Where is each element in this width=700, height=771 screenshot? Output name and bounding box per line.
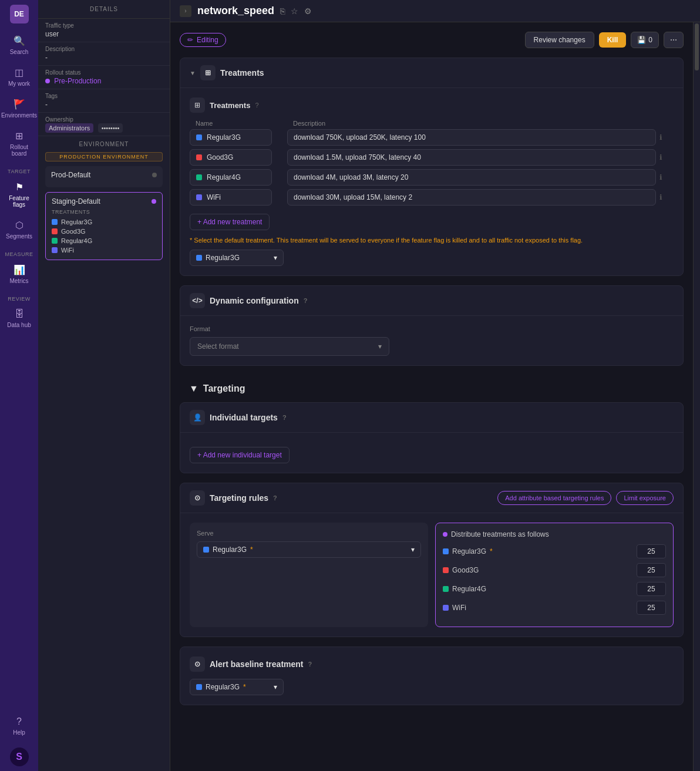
tags-label: Tags xyxy=(45,93,163,99)
default-treatment-select[interactable]: Regular3G ▾ xyxy=(190,250,284,266)
sidebar-item-environments[interactable]: 🚩 Environments xyxy=(3,94,36,123)
distribute-input[interactable] xyxy=(637,601,666,615)
star-icon[interactable]: ☆ xyxy=(291,6,298,16)
treatment-name-field[interactable]: Regular3G xyxy=(190,129,272,146)
description-row: Description - xyxy=(38,42,170,66)
brand-logo[interactable]: S xyxy=(10,748,29,766)
treatment-color-dot xyxy=(52,219,58,225)
alert-baseline-help-icon[interactable]: ? xyxy=(308,661,312,668)
rollout-status-label: Rollout status xyxy=(45,69,163,76)
default-treatment-color xyxy=(196,255,202,261)
metrics-icon: 📊 xyxy=(14,264,25,275)
treatment-description-field[interactable]: download 4M, upload 3M, latency 20 xyxy=(287,169,656,186)
add-individual-target-button[interactable]: + Add new individual target xyxy=(190,447,290,463)
settings-icon[interactable]: ⚙ xyxy=(304,6,312,16)
scrollbar-thumb[interactable] xyxy=(695,23,699,70)
info-icon[interactable]: ℹ xyxy=(659,173,674,181)
distribute-input[interactable] xyxy=(637,544,666,558)
environment-header: ENVIRONMENT xyxy=(45,141,163,147)
sidebar-item-my-work[interactable]: ◫ My work xyxy=(3,62,36,92)
alert-baseline-select[interactable]: Regular3G * ▾ xyxy=(190,679,284,695)
segments-icon: ⬡ xyxy=(15,220,23,231)
treatment-description-field[interactable]: download 1.5M, upload 750K, latency 40 xyxy=(287,149,656,166)
treatment-name-field[interactable]: Regular4G xyxy=(190,169,272,186)
dynamic-config-section: </> Dynamic configuration ? Format Selec… xyxy=(180,285,684,366)
sidebar-item-help[interactable]: ? Help xyxy=(3,712,36,740)
targeting-collapse-icon[interactable]: ▼ xyxy=(189,383,198,394)
main-content: ✏ Editing Review changes Kill 💾 0 ⋯ ▼ xyxy=(170,22,700,771)
review-section-label: REVIEW xyxy=(8,296,31,302)
collapse-button[interactable]: › xyxy=(180,5,191,17)
add-attribute-targeting-button[interactable]: Add attribute based targeting rules xyxy=(497,491,611,505)
save-icon: 💾 xyxy=(637,36,646,44)
treatment-color-swatch xyxy=(196,194,202,200)
environment-label: PRODUCTION ENVIRONMENT xyxy=(45,152,163,161)
measure-section-label: MEASURE xyxy=(5,251,33,257)
targeting-rules-icon: ⊙ xyxy=(190,490,205,506)
rollout-status-value: Pre-Production xyxy=(45,77,163,85)
alert-baseline-color xyxy=(196,684,202,690)
sidebar-treatments-list: Regular3GGood3GRegular4GWiFi xyxy=(52,217,156,255)
treatment-color-swatch xyxy=(196,174,202,180)
limit-exposure-button[interactable]: Limit exposure xyxy=(616,491,674,505)
sidebar-treatment-item: WiFi xyxy=(52,245,156,255)
review-changes-button[interactable]: Review changes xyxy=(525,32,594,48)
format-label: Format xyxy=(190,325,674,332)
treatments-sub-icon: ⊞ xyxy=(190,97,205,113)
staging-default-name: Staging-Default xyxy=(52,197,100,206)
sidebar-item-metrics[interactable]: 📊 Metrics xyxy=(3,260,36,289)
avatar[interactable]: DE xyxy=(10,5,29,23)
targeting-rules-header: ⊙ Targeting rules ? Add attribute based … xyxy=(180,483,683,513)
info-icon[interactable]: ℹ xyxy=(659,133,674,142)
distribute-row: Regular3G * xyxy=(443,544,666,558)
sidebar-item-feature-flags[interactable]: ⚑ Feature flags xyxy=(3,177,36,213)
serve-treatment-color xyxy=(203,547,209,553)
treatment-description-field[interactable]: download 750K, upload 250K, latency 100 xyxy=(287,129,656,146)
treatment-name-field[interactable]: WiFi xyxy=(190,189,272,206)
staging-default-env[interactable]: Staging-Default TREATMENTS Regular3GGood… xyxy=(45,192,163,260)
treatments-help-icon[interactable]: ? xyxy=(255,102,258,109)
edit-icon: ✏ xyxy=(187,36,193,44)
kill-button[interactable]: Kill xyxy=(599,32,627,48)
treatment-name-field[interactable]: Good3G xyxy=(190,149,272,166)
scrollbar-track[interactable] xyxy=(693,22,700,771)
counter-button[interactable]: 💾 0 xyxy=(631,32,659,48)
alert-baseline-section: ⊙ Alert baseline treatment ? Regular3G *… xyxy=(180,647,684,705)
sidebar-item-data-hub[interactable]: 🗄 Data hub xyxy=(3,304,36,333)
sidebar-item-search[interactable]: 🔍 Search xyxy=(3,31,36,60)
distribute-row: WiFi xyxy=(443,601,666,615)
target-section-label: TARGET xyxy=(8,169,31,174)
description-col-header: Description xyxy=(287,120,656,127)
right-panel: ✏ Editing Review changes Kill 💾 0 ⋯ ▼ xyxy=(170,22,693,771)
copy-icon[interactable]: ⎘ xyxy=(280,6,285,16)
alert-baseline-asterisk: * xyxy=(243,683,246,691)
table-row: Regular3G download 750K, upload 250K, la… xyxy=(190,129,674,146)
distribute-header: Distribute treatments as follows xyxy=(443,530,666,538)
add-treatment-button[interactable]: + Add new treatment xyxy=(190,214,270,230)
info-icon[interactable]: ℹ xyxy=(659,193,674,201)
details-header: DETAILS xyxy=(38,0,170,19)
tags-value: - xyxy=(45,100,163,109)
targeting-rules-help-icon[interactable]: ? xyxy=(273,494,277,501)
distribute-input[interactable] xyxy=(637,582,666,596)
serve-treatment-select[interactable]: Regular3G * ▾ xyxy=(197,541,421,558)
editing-badge[interactable]: ✏ Editing xyxy=(180,33,226,47)
dynamic-config-help-icon[interactable]: ? xyxy=(304,297,308,304)
sidebar-item-rollout-board[interactable]: ⊞ Rollout board xyxy=(3,126,36,161)
more-button[interactable]: ⋯ xyxy=(664,32,684,48)
info-icon[interactable]: ℹ xyxy=(659,153,674,161)
treatments-sub-title: Treatments xyxy=(210,101,250,110)
distribute-input[interactable] xyxy=(637,563,666,577)
select-format-dropdown[interactable]: Select format ▾ xyxy=(190,337,389,356)
prod-default-env[interactable]: Prod-Default xyxy=(45,166,163,187)
individual-targets-help-icon[interactable]: ? xyxy=(282,414,287,421)
tags-row: Tags - xyxy=(38,89,170,113)
details-panel: DETAILS Traffic type user Description - … xyxy=(38,0,170,771)
treatment-description-field[interactable]: download 30M, upload 15M, latency 2 xyxy=(287,189,656,206)
sidebar-item-segments[interactable]: ⬡ Segments xyxy=(3,215,36,244)
individual-targets-body: + Add new individual target xyxy=(180,433,683,473)
treatments-collapse-icon[interactable]: ▼ xyxy=(190,70,196,76)
treatment-color-dot xyxy=(52,228,58,234)
distribute-color xyxy=(443,605,449,611)
dynamic-config-header: </> Dynamic configuration ? xyxy=(180,286,683,316)
